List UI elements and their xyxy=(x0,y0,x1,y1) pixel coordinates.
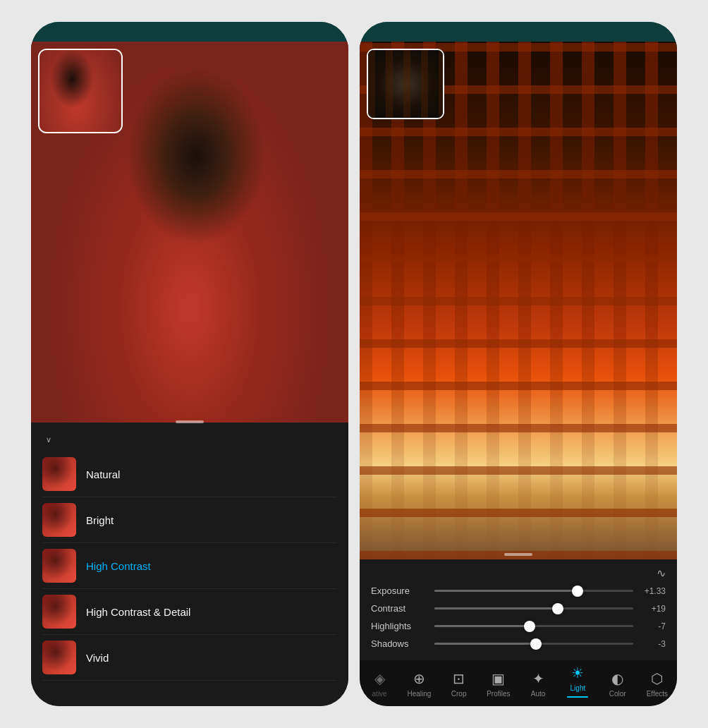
slider-row: Exposure+1.33 xyxy=(371,586,666,596)
toolbar-right: ◈ative⊕Healing⊡Crop▣Profiles✦Auto☀Light◐… xyxy=(360,660,677,706)
healing-icon: ⊕ xyxy=(413,670,425,687)
right-phone: ∿ Exposure+1.33Contrast+19Highlights-7Sh… xyxy=(360,22,677,706)
profiles-label: Profiles xyxy=(487,690,510,698)
auto-icon: ✦ xyxy=(532,670,544,687)
slider-thumb[interactable] xyxy=(530,638,542,650)
preset-name: High Contrast & Detail xyxy=(86,606,190,618)
chevron-down-icon: ∨ xyxy=(46,435,51,444)
preset-thumbnail xyxy=(42,503,76,537)
preset-thumbnail xyxy=(42,549,76,583)
preset-item[interactable]: High Contrast xyxy=(42,543,337,589)
left-phone-title xyxy=(31,22,348,42)
slider-fill xyxy=(434,643,536,645)
crop-label: Crop xyxy=(451,690,467,698)
healing-label: Healing xyxy=(407,690,431,698)
preset-name: Vivid xyxy=(86,652,109,664)
main-photo-area xyxy=(31,42,348,427)
effects-label: Effects xyxy=(647,690,668,698)
curve-header: ∿ xyxy=(371,566,666,580)
presets-panel: ∨ NaturalBrightHigh ContrastHigh Contras… xyxy=(31,427,348,689)
light-label: Light xyxy=(570,684,586,692)
tool-item-healing[interactable]: ⊕Healing xyxy=(401,670,437,698)
tool-item-profiles[interactable]: ▣Profiles xyxy=(481,670,516,698)
slider-label: Shadows xyxy=(371,638,427,649)
slider-track[interactable] xyxy=(434,607,633,609)
slider-thumb[interactable] xyxy=(524,621,535,632)
preset-item[interactable]: High Contrast & Detail xyxy=(42,589,337,635)
scroll-indicator-right xyxy=(504,553,532,556)
torii-photo-area xyxy=(360,42,677,559)
slider-thumb[interactable] xyxy=(572,586,583,597)
slider-label: Contrast xyxy=(371,603,427,614)
slider-row: Shadows-3 xyxy=(371,638,666,649)
left-phone: ∨ NaturalBrightHigh ContrastHigh Contras… xyxy=(31,22,348,706)
scroll-indicator-left xyxy=(176,420,204,423)
slider-value: +19 xyxy=(640,604,666,614)
tool-item-light[interactable]: ☀Light xyxy=(560,665,595,698)
crop-icon: ⊡ xyxy=(453,670,465,687)
thumbnail-overlay xyxy=(38,49,123,133)
adaptive-label: ative xyxy=(372,690,387,698)
preset-name: High Contrast xyxy=(86,560,151,572)
preset-name: Bright xyxy=(86,514,114,526)
preset-item[interactable]: Vivid xyxy=(42,635,337,681)
preset-thumbnail xyxy=(42,457,76,491)
slider-row: Contrast+19 xyxy=(371,603,666,614)
preset-thumbnail xyxy=(42,595,76,629)
color-icon: ◐ xyxy=(611,670,623,687)
tool-item-color[interactable]: ◐Color xyxy=(600,670,635,698)
slider-value: +1.33 xyxy=(640,586,666,596)
slider-list: Exposure+1.33Contrast+19Highlights-7Shad… xyxy=(371,586,666,649)
light-panel: ∿ Exposure+1.33Contrast+19Highlights-7Sh… xyxy=(360,559,677,660)
slider-row: Highlights-7 xyxy=(371,621,666,631)
slider-fill xyxy=(434,625,530,627)
preset-list: NaturalBrightHigh ContrastHigh Contrast … xyxy=(42,451,337,681)
curve-icon[interactable]: ∿ xyxy=(657,566,666,580)
preset-item[interactable]: Natural xyxy=(42,451,337,497)
adaptive-icon: ◈ xyxy=(374,670,385,687)
torii-photo xyxy=(360,42,677,559)
slider-fill xyxy=(434,590,578,592)
slider-track[interactable] xyxy=(434,643,633,645)
auto-label: Auto xyxy=(531,690,546,698)
tool-item-crop[interactable]: ⊡Crop xyxy=(441,670,477,698)
tool-item-effects[interactable]: ⬡Effects xyxy=(640,670,675,698)
bottom-bar-left xyxy=(31,689,348,706)
category-header[interactable]: ∨ xyxy=(42,435,337,444)
light-icon: ☀ xyxy=(571,665,584,681)
slider-fill xyxy=(434,607,558,609)
slider-label: Highlights xyxy=(371,621,427,631)
app-container: ∨ NaturalBrightHigh ContrastHigh Contras… xyxy=(0,0,708,728)
slider-thumb[interactable] xyxy=(552,603,563,614)
torii-thumbnail xyxy=(367,49,444,119)
color-label: Color xyxy=(609,690,626,698)
preset-item[interactable]: Bright xyxy=(42,497,337,543)
preset-name: Natural xyxy=(86,468,120,480)
tool-item-adaptive[interactable]: ◈ative xyxy=(362,670,397,698)
preset-thumbnail xyxy=(42,641,76,674)
slider-track[interactable] xyxy=(434,625,633,627)
slider-value: -7 xyxy=(640,621,666,631)
profiles-icon: ▣ xyxy=(492,670,505,687)
slider-value: -3 xyxy=(640,639,666,649)
slider-label: Exposure xyxy=(371,586,427,596)
active-underline xyxy=(567,696,588,698)
effects-icon: ⬡ xyxy=(651,670,663,687)
tool-item-auto[interactable]: ✦Auto xyxy=(520,670,556,698)
torii-background xyxy=(360,42,677,559)
right-phone-title xyxy=(360,22,677,42)
slider-track[interactable] xyxy=(434,590,633,592)
